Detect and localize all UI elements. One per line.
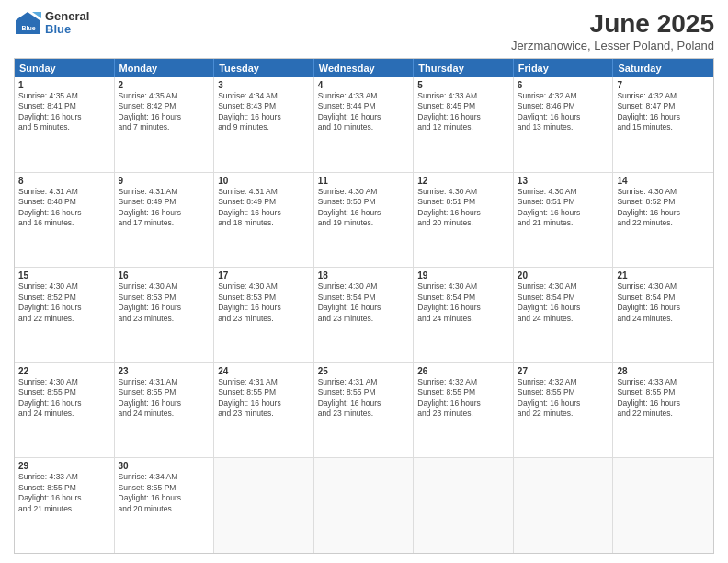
- calendar-day-27: 27Sunrise: 4:32 AMSunset: 8:55 PMDayligh…: [514, 363, 614, 458]
- calendar-day-28: 28Sunrise: 4:33 AMSunset: 8:55 PMDayligh…: [613, 363, 713, 458]
- calendar-day-17: 17Sunrise: 4:30 AMSunset: 8:53 PMDayligh…: [214, 268, 314, 362]
- day-number: 26: [417, 366, 509, 376]
- day-number: 5: [417, 80, 509, 90]
- day-info: Sunrise: 4:30 AMSunset: 8:52 PMDaylight:…: [617, 187, 710, 229]
- calendar-day-20: 20Sunrise: 4:30 AMSunset: 8:54 PMDayligh…: [514, 268, 614, 362]
- day-number: 18: [318, 270, 410, 281]
- day-number: 2: [119, 80, 210, 90]
- calendar-day-empty: [314, 458, 415, 553]
- calendar-day-5: 5Sunrise: 4:33 AMSunset: 8:45 PMDaylight…: [414, 77, 514, 172]
- day-info: Sunrise: 4:30 AMSunset: 8:54 PMDaylight:…: [617, 282, 710, 324]
- logo: Blue General Blue: [14, 9, 89, 37]
- day-info: Sunrise: 4:30 AMSunset: 8:54 PMDaylight:…: [318, 282, 410, 324]
- day-header-friday: Friday: [514, 59, 614, 77]
- calendar-day-4: 4Sunrise: 4:33 AMSunset: 8:44 PMDaylight…: [314, 77, 415, 172]
- calendar-day-23: 23Sunrise: 4:31 AMSunset: 8:55 PMDayligh…: [115, 363, 215, 458]
- day-number: 1: [18, 80, 110, 90]
- day-info: Sunrise: 4:33 AMSunset: 8:45 PMDaylight:…: [417, 91, 509, 133]
- calendar-day-24: 24Sunrise: 4:31 AMSunset: 8:55 PMDayligh…: [214, 363, 314, 458]
- logo-text: General Blue: [45, 10, 89, 37]
- calendar-week-3: 15Sunrise: 4:30 AMSunset: 8:52 PMDayligh…: [15, 268, 713, 363]
- day-info: Sunrise: 4:30 AMSunset: 8:51 PMDaylight:…: [417, 187, 509, 229]
- day-number: 12: [417, 176, 509, 186]
- calendar-subtitle: Jerzmanowice, Lesser Poland, Poland: [511, 39, 714, 52]
- day-info: Sunrise: 4:33 AMSunset: 8:44 PMDaylight:…: [318, 91, 410, 133]
- calendar-day-25: 25Sunrise: 4:31 AMSunset: 8:55 PMDayligh…: [314, 363, 415, 458]
- calendar-day-11: 11Sunrise: 4:30 AMSunset: 8:50 PMDayligh…: [314, 173, 415, 268]
- day-header-tuesday: Tuesday: [214, 59, 314, 77]
- day-header-thursday: Thursday: [414, 59, 514, 77]
- day-number: 25: [318, 366, 410, 376]
- day-number: 8: [18, 176, 110, 186]
- day-number: 22: [18, 366, 110, 376]
- day-header-monday: Monday: [115, 59, 215, 77]
- day-number: 15: [18, 270, 110, 281]
- day-number: 6: [518, 80, 609, 90]
- calendar-day-1: 1Sunrise: 4:35 AMSunset: 8:41 PMDaylight…: [15, 77, 115, 172]
- day-header-wednesday: Wednesday: [314, 59, 415, 77]
- svg-text:Blue: Blue: [21, 25, 35, 31]
- calendar-day-19: 19Sunrise: 4:30 AMSunset: 8:54 PMDayligh…: [414, 268, 514, 362]
- calendar-day-16: 16Sunrise: 4:30 AMSunset: 8:53 PMDayligh…: [115, 268, 215, 362]
- day-info: Sunrise: 4:35 AMSunset: 8:41 PMDaylight:…: [18, 91, 110, 133]
- day-info: Sunrise: 4:31 AMSunset: 8:49 PMDaylight:…: [119, 187, 210, 229]
- day-number: 3: [218, 80, 310, 90]
- calendar-day-12: 12Sunrise: 4:30 AMSunset: 8:51 PMDayligh…: [414, 173, 514, 268]
- day-number: 29: [18, 461, 110, 471]
- calendar-day-30: 30Sunrise: 4:34 AMSunset: 8:55 PMDayligh…: [115, 458, 215, 553]
- day-header-saturday: Saturday: [613, 59, 713, 77]
- calendar-week-2: 8Sunrise: 4:31 AMSunset: 8:48 PMDaylight…: [15, 173, 713, 269]
- day-number: 27: [518, 366, 609, 376]
- calendar-day-13: 13Sunrise: 4:30 AMSunset: 8:51 PMDayligh…: [514, 173, 614, 268]
- day-number: 30: [119, 461, 210, 471]
- day-number: 19: [417, 270, 509, 281]
- calendar-header-row: SundayMondayTuesdayWednesdayThursdayFrid…: [15, 59, 713, 77]
- day-number: 20: [518, 270, 609, 281]
- logo-icon: Blue: [14, 9, 41, 37]
- day-info: Sunrise: 4:33 AMSunset: 8:55 PMDaylight:…: [18, 472, 110, 514]
- day-info: Sunrise: 4:30 AMSunset: 8:53 PMDaylight:…: [218, 282, 310, 324]
- calendar-day-22: 22Sunrise: 4:30 AMSunset: 8:55 PMDayligh…: [15, 363, 115, 458]
- calendar-day-3: 3Sunrise: 4:34 AMSunset: 8:43 PMDaylight…: [214, 77, 314, 172]
- calendar-day-18: 18Sunrise: 4:30 AMSunset: 8:54 PMDayligh…: [314, 268, 415, 362]
- day-number: 13: [518, 176, 609, 186]
- day-info: Sunrise: 4:31 AMSunset: 8:48 PMDaylight:…: [18, 187, 110, 229]
- calendar-day-7: 7Sunrise: 4:32 AMSunset: 8:47 PMDaylight…: [613, 77, 713, 172]
- calendar-title: June 2025: [511, 9, 714, 39]
- day-number: 4: [318, 80, 410, 90]
- day-number: 17: [218, 270, 310, 281]
- calendar-day-21: 21Sunrise: 4:30 AMSunset: 8:54 PMDayligh…: [613, 268, 713, 362]
- day-info: Sunrise: 4:31 AMSunset: 8:55 PMDaylight:…: [318, 377, 410, 419]
- day-info: Sunrise: 4:30 AMSunset: 8:54 PMDaylight:…: [417, 282, 509, 324]
- day-header-sunday: Sunday: [15, 59, 115, 77]
- calendar-day-6: 6Sunrise: 4:32 AMSunset: 8:46 PMDaylight…: [514, 77, 614, 172]
- calendar-week-4: 22Sunrise: 4:30 AMSunset: 8:55 PMDayligh…: [15, 363, 713, 459]
- day-number: 24: [218, 366, 310, 376]
- calendar-day-empty: [514, 458, 614, 553]
- day-info: Sunrise: 4:32 AMSunset: 8:55 PMDaylight:…: [518, 377, 609, 419]
- day-number: 28: [617, 366, 710, 376]
- calendar-week-1: 1Sunrise: 4:35 AMSunset: 8:41 PMDaylight…: [15, 77, 713, 173]
- day-info: Sunrise: 4:32 AMSunset: 8:55 PMDaylight:…: [417, 377, 509, 419]
- day-info: Sunrise: 4:30 AMSunset: 8:53 PMDaylight:…: [119, 282, 210, 324]
- day-number: 11: [318, 176, 410, 186]
- calendar-page: Blue General Blue June 2025 Jerzmanowice…: [0, 0, 728, 563]
- day-info: Sunrise: 4:32 AMSunset: 8:47 PMDaylight:…: [617, 91, 710, 133]
- header: Blue General Blue June 2025 Jerzmanowice…: [14, 9, 714, 52]
- day-number: 7: [617, 80, 710, 90]
- day-number: 23: [119, 366, 210, 376]
- day-number: 10: [218, 176, 310, 186]
- day-info: Sunrise: 4:30 AMSunset: 8:54 PMDaylight:…: [518, 282, 609, 324]
- day-info: Sunrise: 4:30 AMSunset: 8:51 PMDaylight:…: [518, 187, 609, 229]
- calendar-day-26: 26Sunrise: 4:32 AMSunset: 8:55 PMDayligh…: [414, 363, 514, 458]
- calendar-body: 1Sunrise: 4:35 AMSunset: 8:41 PMDaylight…: [15, 77, 713, 553]
- day-info: Sunrise: 4:32 AMSunset: 8:46 PMDaylight:…: [518, 91, 609, 133]
- calendar-day-8: 8Sunrise: 4:31 AMSunset: 8:48 PMDaylight…: [15, 173, 115, 268]
- day-number: 9: [119, 176, 210, 186]
- day-info: Sunrise: 4:30 AMSunset: 8:55 PMDaylight:…: [18, 377, 110, 419]
- day-info: Sunrise: 4:31 AMSunset: 8:49 PMDaylight:…: [218, 187, 310, 229]
- calendar-day-empty: [214, 458, 314, 553]
- logo-general-text: General: [45, 10, 89, 23]
- day-info: Sunrise: 4:34 AMSunset: 8:43 PMDaylight:…: [218, 91, 310, 133]
- title-block: June 2025 Jerzmanowice, Lesser Poland, P…: [511, 9, 714, 52]
